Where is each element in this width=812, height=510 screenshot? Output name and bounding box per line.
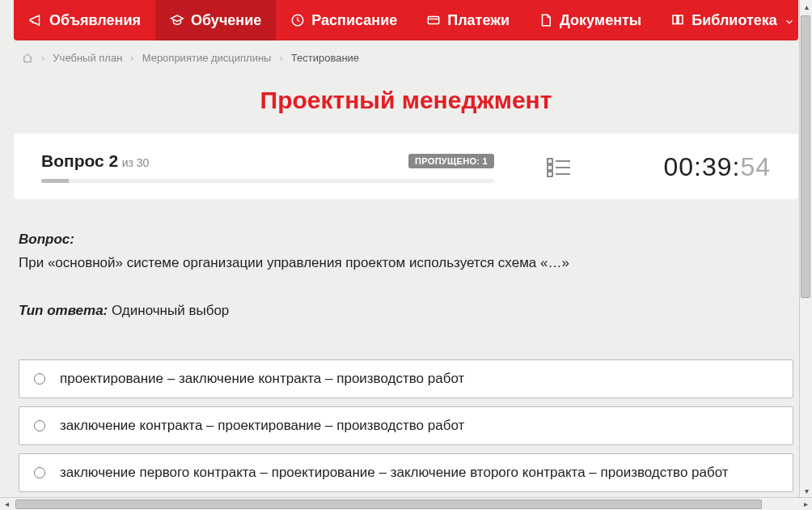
nav-library[interactable]: Библиотека (656, 0, 810, 40)
answer-text: заключение контракта – проектирование – … (60, 418, 464, 434)
nav-payments[interactable]: Платежи (412, 0, 524, 40)
breadcrumb-item[interactable]: Учебный план (53, 52, 122, 64)
chevron-down-icon (784, 15, 795, 26)
svg-rect-2 (548, 159, 552, 164)
question-label: Вопрос: (19, 232, 793, 248)
question-number: Вопрос 2 (41, 151, 118, 170)
question-text: При «основной» системе организации управ… (19, 253, 793, 274)
nav-label: Обучение (191, 12, 261, 29)
answer-text: проектирование – заключение контракта – … (60, 371, 464, 387)
nav-announcements[interactable]: Объявления (14, 0, 155, 40)
progress-fill (41, 179, 69, 183)
scroll-track[interactable] (13, 499, 799, 510)
svg-rect-1 (428, 17, 439, 24)
question-status-card: Вопрос 2 из 30 ПРОПУЩЕНО: 1 00:39:54 (14, 134, 798, 199)
main-nav: Объявления Обучение Расписание Платежи Д… (14, 0, 798, 40)
question-block: Вопрос: При «основной» системе организац… (14, 232, 798, 319)
svg-rect-4 (548, 165, 552, 170)
chevron-right-icon: › (279, 52, 282, 64)
scroll-left-arrow[interactable]: ◂ (0, 498, 13, 511)
nav-label: Библиотека (691, 12, 777, 29)
answer-type-value: Одиночный выбор (108, 303, 229, 318)
timer-seconds: 54 (740, 152, 771, 181)
chevron-right-icon: › (41, 52, 44, 64)
scroll-track[interactable] (800, 13, 812, 484)
answer-radio[interactable] (34, 420, 45, 431)
nav-schedule[interactable]: Расписание (276, 0, 412, 40)
nav-documents[interactable]: Документы (524, 0, 656, 40)
answer-option[interactable]: заключение контракта – проектирование – … (19, 406, 793, 445)
vertical-scrollbar[interactable]: ▴ ▾ (799, 0, 812, 497)
scroll-up-arrow[interactable]: ▴ (800, 0, 812, 13)
chevron-right-icon: › (130, 52, 133, 64)
graduation-icon (170, 13, 184, 28)
nav-education[interactable]: Обучение (155, 0, 276, 40)
timer-main: 00:39: (663, 152, 740, 181)
question-total: из 30 (122, 156, 150, 169)
question-grid-icon[interactable] (547, 157, 571, 178)
nav-label: Объявления (49, 12, 141, 29)
book-icon (670, 13, 685, 28)
svg-rect-6 (548, 172, 552, 176)
breadcrumb: › Учебный план › Мероприятие дисциплины … (14, 40, 798, 75)
answer-type-label: Тип ответа: (19, 303, 108, 318)
scroll-thumb[interactable] (15, 499, 762, 509)
timer: 00:39:54 (624, 152, 771, 182)
card-icon (426, 13, 441, 28)
page-title: Проектный менеджмент (14, 87, 798, 114)
progress-bar (41, 179, 494, 183)
answer-option[interactable]: заключение первого контракта – проектиро… (19, 453, 793, 492)
answer-type-row: Тип ответа: Одиночный выбор (19, 303, 793, 319)
scroll-right-arrow[interactable]: ▸ (799, 498, 812, 511)
breadcrumb-item-current: Тестирование (291, 52, 359, 64)
home-icon[interactable] (22, 53, 33, 64)
answer-radio[interactable] (34, 373, 45, 385)
scroll-thumb[interactable] (801, 15, 810, 298)
answer-radio[interactable] (34, 467, 45, 478)
scroll-down-arrow[interactable]: ▾ (800, 484, 812, 497)
nav-label: Расписание (311, 12, 397, 29)
nav-label: Платежи (447, 12, 510, 29)
file-icon (539, 13, 553, 28)
horizontal-scrollbar[interactable]: ◂ ▸ (0, 497, 812, 510)
skipped-badge: ПРОПУЩЕНО: 1 (408, 154, 494, 168)
breadcrumb-item[interactable]: Мероприятие дисциплины (142, 52, 272, 64)
nav-label: Документы (560, 12, 641, 29)
clock-icon (290, 13, 305, 28)
megaphone-icon (28, 13, 43, 28)
answer-option[interactable]: проектирование – заключение контракта – … (19, 359, 793, 398)
answer-text: заключение первого контракта – проектиро… (60, 465, 729, 481)
answers-list: проектирование – заключение контракта – … (14, 359, 798, 492)
